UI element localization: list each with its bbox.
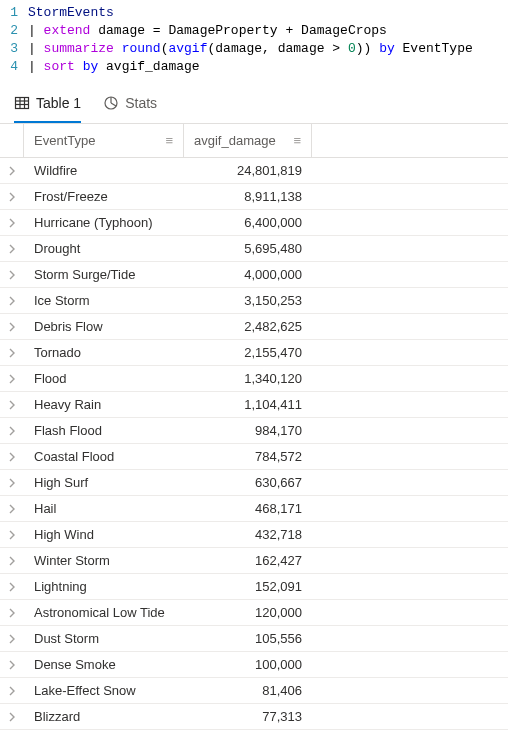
stats-icon (103, 95, 119, 111)
expand-row-icon[interactable] (0, 418, 24, 443)
expand-row-icon[interactable] (0, 652, 24, 677)
table-row[interactable]: High Wind432,718 (0, 522, 508, 548)
expand-row-icon[interactable] (0, 574, 24, 599)
cell-avgif-damage: 24,801,819 (184, 158, 312, 183)
cell-avgif-damage: 8,911,138 (184, 184, 312, 209)
code-content[interactable]: | summarize round(avgif(damage, damage >… (28, 40, 508, 58)
expand-row-icon[interactable] (0, 236, 24, 261)
expand-row-icon[interactable] (0, 600, 24, 625)
tab-table[interactable]: Table 1 (14, 92, 81, 123)
table-row[interactable]: Lightning152,091 (0, 574, 508, 600)
query-editor[interactable]: 1StormEvents2| extend damage = DamagePro… (0, 0, 508, 84)
table-row[interactable]: Astronomical Low Tide120,000 (0, 600, 508, 626)
table-row[interactable]: Tornado2,155,470 (0, 340, 508, 366)
expand-row-icon[interactable] (0, 288, 24, 313)
expand-row-icon[interactable] (0, 626, 24, 651)
cell-eventtype: Heavy Rain (24, 392, 184, 417)
table-row[interactable]: Storm Surge/Tide4,000,000 (0, 262, 508, 288)
editor-line[interactable]: 3| summarize round(avgif(damage, damage … (0, 40, 508, 58)
code-content[interactable]: | extend damage = DamageProperty + Damag… (28, 22, 508, 40)
table-row[interactable]: Flood1,340,120 (0, 366, 508, 392)
column-header-avgif-damage[interactable]: avgif_damage ≡ (184, 124, 312, 157)
column-header-eventtype-label: EventType (34, 133, 159, 148)
expand-row-icon[interactable] (0, 548, 24, 573)
cell-eventtype: Dense Smoke (24, 652, 184, 677)
cell-avgif-damage: 152,091 (184, 574, 312, 599)
table-row[interactable]: Debris Flow2,482,625 (0, 314, 508, 340)
column-header-eventtype[interactable]: EventType ≡ (24, 124, 184, 157)
column-menu-icon[interactable]: ≡ (165, 134, 173, 147)
table-row[interactable]: Frost/Freeze8,911,138 (0, 184, 508, 210)
cell-eventtype: Astronomical Low Tide (24, 600, 184, 625)
expand-row-icon[interactable] (0, 158, 24, 183)
expand-row-icon[interactable] (0, 444, 24, 469)
table-row[interactable]: Dense Smoke100,000 (0, 652, 508, 678)
editor-line[interactable]: 1StormEvents (0, 4, 508, 22)
expand-row-icon[interactable] (0, 496, 24, 521)
line-number: 1 (0, 4, 28, 22)
table-icon (14, 95, 30, 111)
editor-line[interactable]: 2| extend damage = DamageProperty + Dama… (0, 22, 508, 40)
cell-avgif-damage: 2,482,625 (184, 314, 312, 339)
cell-eventtype: Hail (24, 496, 184, 521)
cell-avgif-damage: 1,340,120 (184, 366, 312, 391)
expand-row-icon[interactable] (0, 184, 24, 209)
code-content[interactable]: StormEvents (28, 4, 508, 22)
cell-eventtype: Dust Storm (24, 626, 184, 651)
cell-eventtype: Tornado (24, 340, 184, 365)
expand-row-icon[interactable] (0, 366, 24, 391)
cell-avgif-damage: 984,170 (184, 418, 312, 443)
code-content[interactable]: | sort by avgif_damage (28, 58, 508, 76)
cell-eventtype: Coastal Flood (24, 444, 184, 469)
cell-eventtype: Hurricane (Typhoon) (24, 210, 184, 235)
table-body: Wildfire24,801,819Frost/Freeze8,911,138H… (0, 158, 508, 738)
expand-row-icon[interactable] (0, 678, 24, 703)
table-row[interactable]: Heavy Rain1,104,411 (0, 392, 508, 418)
line-number: 3 (0, 40, 28, 58)
expand-row-icon[interactable] (0, 340, 24, 365)
cell-eventtype: Flood (24, 366, 184, 391)
cell-avgif-damage: 77,313 (184, 704, 312, 729)
cell-avgif-damage: 1,104,411 (184, 392, 312, 417)
editor-line[interactable]: 4| sort by avgif_damage (0, 58, 508, 76)
cell-eventtype: Blizzard (24, 704, 184, 729)
svg-rect-0 (16, 97, 29, 108)
cell-avgif-damage: 3,150,253 (184, 288, 312, 313)
table-row[interactable]: Hurricane (Typhoon)6,400,000 (0, 210, 508, 236)
expand-row-icon[interactable] (0, 262, 24, 287)
expand-row-icon[interactable] (0, 704, 24, 729)
cell-eventtype: Flash Flood (24, 418, 184, 443)
table-row[interactable]: High Surf630,667 (0, 470, 508, 496)
table-row[interactable]: Flash Flood984,170 (0, 418, 508, 444)
expand-row-icon[interactable] (0, 314, 24, 339)
cell-avgif-damage: 432,718 (184, 522, 312, 547)
column-menu-icon[interactable]: ≡ (293, 134, 301, 147)
table-row[interactable]: Lake-Effect Snow81,406 (0, 678, 508, 704)
expand-row-icon[interactable] (0, 470, 24, 495)
cell-eventtype: Ice Storm (24, 288, 184, 313)
tab-stats[interactable]: Stats (103, 92, 157, 123)
expand-row-icon[interactable] (0, 730, 24, 738)
expand-row-icon[interactable] (0, 392, 24, 417)
cell-avgif-damage: 105,556 (184, 626, 312, 651)
table-row[interactable]: Winter Storm162,427 (0, 548, 508, 574)
table-row[interactable]: Wildfire24,801,819 (0, 158, 508, 184)
expand-row-icon[interactable] (0, 522, 24, 547)
expand-header (0, 124, 24, 157)
expand-row-icon[interactable] (0, 210, 24, 235)
table-row[interactable]: Thunderstorm Wind72,938 (0, 730, 508, 738)
table-row[interactable]: Blizzard77,313 (0, 704, 508, 730)
cell-eventtype: Wildfire (24, 158, 184, 183)
table-row[interactable]: Coastal Flood784,572 (0, 444, 508, 470)
table-row[interactable]: Hail468,171 (0, 496, 508, 522)
cell-avgif-damage: 72,938 (184, 730, 312, 738)
line-number: 4 (0, 58, 28, 76)
table-row[interactable]: Dust Storm105,556 (0, 626, 508, 652)
cell-avgif-damage: 120,000 (184, 600, 312, 625)
cell-eventtype: Storm Surge/Tide (24, 262, 184, 287)
tab-stats-label: Stats (125, 95, 157, 111)
table-row[interactable]: Drought5,695,480 (0, 236, 508, 262)
cell-eventtype: Lake-Effect Snow (24, 678, 184, 703)
cell-avgif-damage: 630,667 (184, 470, 312, 495)
table-row[interactable]: Ice Storm3,150,253 (0, 288, 508, 314)
